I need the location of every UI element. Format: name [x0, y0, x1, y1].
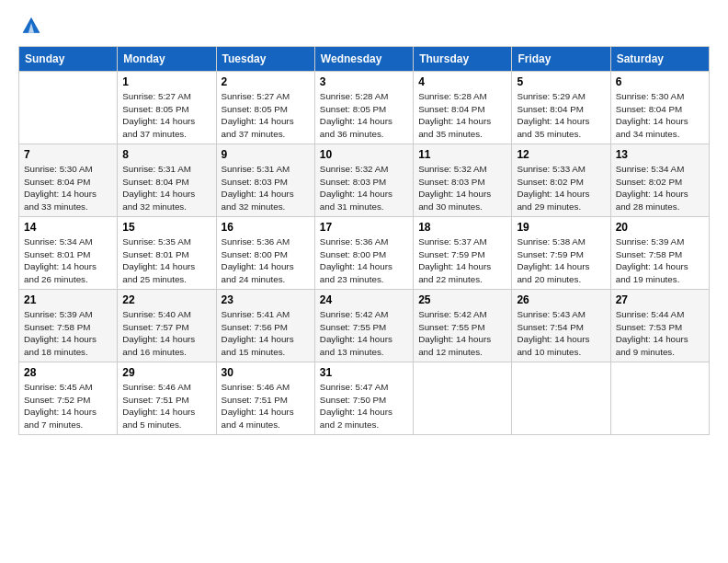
day-info: Sunrise: 5:30 AMSunset: 8:04 PMDaylight:… [616, 90, 704, 140]
day-info: Sunrise: 5:42 AMSunset: 7:55 PMDaylight:… [320, 308, 408, 358]
day-number: 27 [616, 293, 704, 306]
day-number: 8 [122, 148, 210, 161]
day-info: Sunrise: 5:36 AMSunset: 8:00 PMDaylight:… [222, 236, 310, 285]
weekday-saturday: Saturday [610, 47, 709, 72]
week-row-1: 1Sunrise: 5:27 AMSunset: 8:05 PMDaylight… [19, 72, 710, 144]
day-info: Sunrise: 5:46 AMSunset: 7:51 PMDaylight:… [122, 381, 210, 431]
day-info: Sunrise: 5:36 AMSunset: 8:00 PMDaylight:… [320, 236, 408, 285]
day-number: 15 [122, 221, 210, 234]
day-info: Sunrise: 5:35 AMSunset: 8:01 PMDaylight:… [122, 236, 210, 285]
day-cell [610, 362, 709, 435]
day-cell: 20Sunrise: 5:39 AMSunset: 7:58 PMDayligh… [610, 217, 709, 290]
logo-icon [18, 13, 44, 39]
weekday-wednesday: Wednesday [314, 47, 413, 72]
day-info: Sunrise: 5:39 AMSunset: 7:58 PMDaylight:… [24, 308, 112, 358]
day-cell: 14Sunrise: 5:34 AMSunset: 8:01 PMDayligh… [19, 217, 118, 290]
day-cell: 3Sunrise: 5:28 AMSunset: 8:05 PMDaylight… [314, 72, 413, 144]
day-number: 23 [222, 293, 310, 306]
day-number: 10 [320, 148, 408, 161]
day-cell: 31Sunrise: 5:47 AMSunset: 7:50 PMDayligh… [314, 362, 413, 435]
day-info: Sunrise: 5:34 AMSunset: 8:02 PMDaylight:… [616, 163, 704, 213]
day-number: 5 [517, 75, 605, 88]
day-cell: 22Sunrise: 5:40 AMSunset: 7:57 PMDayligh… [118, 290, 216, 362]
day-number: 6 [616, 75, 704, 88]
day-cell: 27Sunrise: 5:44 AMSunset: 7:53 PMDayligh… [610, 290, 709, 362]
day-number: 31 [320, 366, 408, 379]
week-row-4: 21Sunrise: 5:39 AMSunset: 7:58 PMDayligh… [19, 290, 710, 362]
day-cell: 10Sunrise: 5:32 AMSunset: 8:03 PMDayligh… [314, 144, 413, 217]
day-number: 4 [418, 75, 506, 88]
day-cell: 4Sunrise: 5:28 AMSunset: 8:04 PMDaylight… [414, 72, 512, 144]
day-number: 30 [222, 366, 310, 379]
day-info: Sunrise: 5:41 AMSunset: 7:56 PMDaylight:… [222, 308, 310, 358]
page: SundayMondayTuesdayWednesdayThursdayFrid… [0, 0, 728, 452]
day-cell: 30Sunrise: 5:46 AMSunset: 7:51 PMDayligh… [216, 362, 314, 435]
day-info: Sunrise: 5:31 AMSunset: 8:04 PMDaylight:… [122, 163, 210, 213]
day-info: Sunrise: 5:28 AMSunset: 8:05 PMDaylight:… [320, 90, 408, 140]
day-number: 24 [320, 293, 408, 306]
day-info: Sunrise: 5:37 AMSunset: 7:59 PMDaylight:… [418, 236, 506, 285]
day-info: Sunrise: 5:43 AMSunset: 7:54 PMDaylight:… [517, 308, 605, 358]
day-info: Sunrise: 5:27 AMSunset: 8:05 PMDaylight:… [122, 90, 210, 140]
day-number: 9 [222, 148, 310, 161]
day-cell [414, 362, 512, 435]
day-number: 2 [222, 75, 310, 88]
logo [18, 17, 44, 39]
day-number: 11 [418, 148, 506, 161]
day-number: 1 [122, 75, 210, 88]
day-cell: 2Sunrise: 5:27 AMSunset: 8:05 PMDaylight… [216, 72, 314, 144]
day-cell: 24Sunrise: 5:42 AMSunset: 7:55 PMDayligh… [314, 290, 413, 362]
day-number: 29 [122, 366, 210, 379]
week-row-2: 7Sunrise: 5:30 AMSunset: 8:04 PMDaylight… [19, 144, 710, 217]
day-info: Sunrise: 5:29 AMSunset: 8:04 PMDaylight:… [517, 90, 605, 140]
day-cell: 18Sunrise: 5:37 AMSunset: 7:59 PMDayligh… [414, 217, 512, 290]
calendar-table: SundayMondayTuesdayWednesdayThursdayFrid… [18, 46, 710, 435]
day-info: Sunrise: 5:45 AMSunset: 7:52 PMDaylight:… [24, 381, 112, 431]
day-info: Sunrise: 5:27 AMSunset: 8:05 PMDaylight:… [222, 90, 310, 140]
day-number: 14 [24, 221, 112, 234]
day-cell: 15Sunrise: 5:35 AMSunset: 8:01 PMDayligh… [118, 217, 216, 290]
day-cell: 17Sunrise: 5:36 AMSunset: 8:00 PMDayligh… [314, 217, 413, 290]
day-number: 26 [517, 293, 605, 306]
day-number: 17 [320, 221, 408, 234]
day-cell: 28Sunrise: 5:45 AMSunset: 7:52 PMDayligh… [19, 362, 118, 435]
day-info: Sunrise: 5:32 AMSunset: 8:03 PMDaylight:… [320, 163, 408, 213]
weekday-tuesday: Tuesday [216, 47, 314, 72]
day-cell: 16Sunrise: 5:36 AMSunset: 8:00 PMDayligh… [216, 217, 314, 290]
day-info: Sunrise: 5:33 AMSunset: 8:02 PMDaylight:… [517, 163, 605, 213]
day-cell: 29Sunrise: 5:46 AMSunset: 7:51 PMDayligh… [118, 362, 216, 435]
day-number: 19 [517, 221, 605, 234]
week-row-3: 14Sunrise: 5:34 AMSunset: 8:01 PMDayligh… [19, 217, 710, 290]
day-cell: 9Sunrise: 5:31 AMSunset: 8:03 PMDaylight… [216, 144, 314, 217]
day-number: 21 [24, 293, 112, 306]
weekday-thursday: Thursday [414, 47, 512, 72]
header [18, 17, 710, 39]
day-cell: 7Sunrise: 5:30 AMSunset: 8:04 PMDaylight… [19, 144, 118, 217]
day-number: 7 [24, 148, 112, 161]
day-number: 16 [222, 221, 310, 234]
day-number: 22 [122, 293, 210, 306]
day-info: Sunrise: 5:32 AMSunset: 8:03 PMDaylight:… [418, 163, 506, 213]
day-number: 3 [320, 75, 408, 88]
day-number: 13 [616, 148, 704, 161]
day-info: Sunrise: 5:28 AMSunset: 8:04 PMDaylight:… [418, 90, 506, 140]
weekday-monday: Monday [118, 47, 216, 72]
day-cell [512, 362, 610, 435]
day-cell: 6Sunrise: 5:30 AMSunset: 8:04 PMDaylight… [610, 72, 709, 144]
weekday-sunday: Sunday [19, 47, 118, 72]
day-info: Sunrise: 5:34 AMSunset: 8:01 PMDaylight:… [24, 236, 112, 285]
day-cell: 26Sunrise: 5:43 AMSunset: 7:54 PMDayligh… [512, 290, 610, 362]
day-info: Sunrise: 5:42 AMSunset: 7:55 PMDaylight:… [418, 308, 506, 358]
day-info: Sunrise: 5:39 AMSunset: 7:58 PMDaylight:… [616, 236, 704, 285]
week-row-5: 28Sunrise: 5:45 AMSunset: 7:52 PMDayligh… [19, 362, 710, 435]
day-number: 25 [418, 293, 506, 306]
day-cell: 1Sunrise: 5:27 AMSunset: 8:05 PMDaylight… [118, 72, 216, 144]
day-info: Sunrise: 5:47 AMSunset: 7:50 PMDaylight:… [320, 381, 408, 431]
day-info: Sunrise: 5:44 AMSunset: 7:53 PMDaylight:… [616, 308, 704, 358]
day-number: 20 [616, 221, 704, 234]
day-info: Sunrise: 5:38 AMSunset: 7:59 PMDaylight:… [517, 236, 605, 285]
day-cell: 21Sunrise: 5:39 AMSunset: 7:58 PMDayligh… [19, 290, 118, 362]
day-cell [19, 72, 118, 144]
day-number: 12 [517, 148, 605, 161]
day-info: Sunrise: 5:30 AMSunset: 8:04 PMDaylight:… [24, 163, 112, 213]
